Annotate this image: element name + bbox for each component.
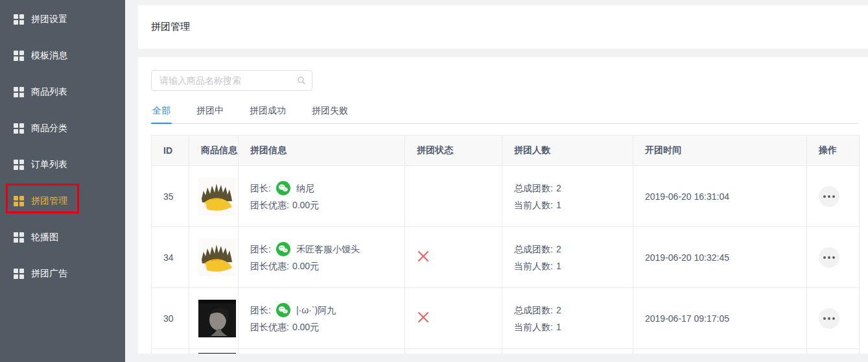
total-groups-label: 总成团数: — [514, 305, 553, 315]
close-x-icon — [417, 250, 430, 263]
sidebar-item-order-list[interactable]: 订单列表 — [0, 147, 125, 183]
total-groups-value: 2 — [556, 244, 561, 254]
grid-icon — [14, 14, 24, 25]
sidebar-item-group-ads[interactable]: 拼团广告 — [0, 256, 125, 292]
sidebar-item-label: 模板消息 — [31, 50, 67, 62]
leader-label: 团长: — [250, 180, 271, 197]
grid-icon — [14, 160, 24, 170]
current-people-value: 1 — [556, 322, 561, 332]
table-row: 35 团长: 纳尼 — [152, 166, 860, 227]
table-header-row: ID 商品信息 拼团信息 拼团状态 拼团人数 开团时间 操作 — [152, 136, 860, 166]
sidebar-item-template-messages[interactable]: 模板消息 — [0, 38, 125, 74]
discount-value: 0.00元 — [292, 197, 319, 213]
col-header-people: 拼团人数 — [502, 136, 633, 166]
row-id: 34 — [152, 227, 189, 288]
sidebar-item-label: 拼团管理 — [31, 195, 67, 207]
col-header-status: 拼团状态 — [405, 136, 502, 166]
table-row: 34 团长: 禾匠客服小馒头 — [152, 227, 860, 288]
content-card: 全部 拼团中 拼团成功 拼团失败 ID 商品信息 拼团信息 拼团状态 — [138, 57, 868, 354]
total-groups-value: 2 — [556, 183, 561, 193]
tab-grouping[interactable]: 拼团中 — [195, 105, 225, 123]
row-id: 30 — [152, 288, 189, 349]
ellipsis-icon[interactable] — [819, 247, 839, 268]
product-image — [198, 178, 236, 215]
current-people-value: 1 — [556, 261, 561, 271]
sidebar-item-group-management[interactable]: 拼团管理 — [0, 183, 125, 219]
search-input[interactable] — [151, 70, 312, 91]
table-row: 30 团长: |·ω·`)阿九 — [152, 288, 860, 349]
main-content: 拼团管理 全部 拼团中 拼团成功 拼团失败 — [125, 0, 868, 362]
tab-all[interactable]: 全部 — [151, 105, 172, 123]
total-groups-label: 总成团数: — [514, 244, 553, 254]
sidebar-item-product-list[interactable]: 商品列表 — [0, 74, 125, 110]
wechat-icon — [276, 303, 290, 317]
grid-icon — [14, 269, 24, 279]
discount-label: 团长优惠: — [250, 258, 289, 274]
sidebar-item-label: 拼团设置 — [31, 14, 67, 25]
app-window: 拼团设置 模板消息 商品列表 商品分类 订单列表 拼团管理 轮播图 拼团广告 — [0, 0, 868, 362]
product-image — [198, 353, 236, 354]
sidebar-item-label: 轮播图 — [31, 232, 58, 243]
open-time: 2019-06-17 09:17:05 — [633, 288, 807, 349]
discount-value: 0.00元 — [292, 319, 319, 335]
total-groups-value: 2 — [556, 305, 561, 315]
search-box — [151, 70, 312, 91]
group-table: ID 商品信息 拼团信息 拼团状态 拼团人数 开团时间 操作 35 — [151, 135, 860, 354]
col-header-actions: 操作 — [807, 136, 860, 166]
sidebar-item-label: 商品分类 — [31, 123, 67, 134]
current-people-label: 当前人数: — [514, 261, 553, 271]
sidebar-item-label: 订单列表 — [31, 159, 67, 171]
search-icon[interactable] — [297, 76, 306, 85]
table-row-partial — [152, 349, 860, 354]
row-id: 35 — [152, 166, 189, 227]
leader-label: 团长: — [250, 241, 271, 258]
col-header-group-info: 拼团信息 — [239, 136, 405, 166]
col-header-open-time: 开团时间 — [633, 136, 807, 166]
current-people-label: 当前人数: — [514, 200, 553, 210]
sidebar-item-label: 商品列表 — [31, 86, 67, 98]
open-time: 2019-06-20 16:31:04 — [633, 166, 807, 227]
leader-name: 禾匠客服小馒头 — [296, 241, 360, 258]
col-header-product: 商品信息 — [189, 136, 239, 166]
tab-group-failed[interactable]: 拼团失败 — [311, 105, 349, 123]
product-image — [198, 300, 236, 337]
ellipsis-icon[interactable] — [819, 308, 839, 329]
page-header: 拼团管理 — [138, 5, 868, 49]
leader-name: 纳尼 — [296, 180, 314, 197]
wechat-icon — [276, 242, 290, 256]
sidebar: 拼团设置 模板消息 商品列表 商品分类 订单列表 拼团管理 轮播图 拼团广告 — [0, 0, 125, 362]
sidebar-item-label: 拼团广告 — [31, 268, 67, 280]
close-x-icon — [417, 311, 430, 324]
grid-icon — [14, 51, 24, 61]
grid-icon — [14, 87, 24, 97]
discount-label: 团长优惠: — [250, 197, 289, 213]
wechat-icon — [276, 181, 290, 195]
total-groups-label: 总成团数: — [514, 183, 553, 193]
grid-icon — [14, 232, 24, 243]
tab-bar: 全部 拼团中 拼团成功 拼团失败 — [151, 105, 859, 124]
page-title: 拼团管理 — [151, 21, 190, 33]
grid-icon — [14, 123, 24, 134]
product-image — [198, 239, 236, 276]
current-people-value: 1 — [556, 200, 561, 210]
discount-label: 团长优惠: — [250, 319, 289, 335]
leader-name: |·ω·`)阿九 — [296, 302, 336, 319]
leader-label: 团长: — [250, 302, 271, 319]
col-header-id: ID — [152, 136, 189, 166]
ellipsis-icon[interactable] — [819, 186, 839, 207]
sidebar-item-carousel[interactable]: 轮播图 — [0, 219, 125, 256]
open-time: 2019-06-20 10:32:45 — [633, 227, 807, 288]
discount-value: 0.00元 — [292, 258, 319, 274]
sidebar-item-group-settings[interactable]: 拼团设置 — [0, 1, 125, 38]
grid-icon — [14, 196, 24, 206]
current-people-label: 当前人数: — [514, 322, 553, 332]
tab-group-success[interactable]: 拼团成功 — [248, 105, 287, 123]
sidebar-item-product-categories[interactable]: 商品分类 — [0, 110, 125, 147]
